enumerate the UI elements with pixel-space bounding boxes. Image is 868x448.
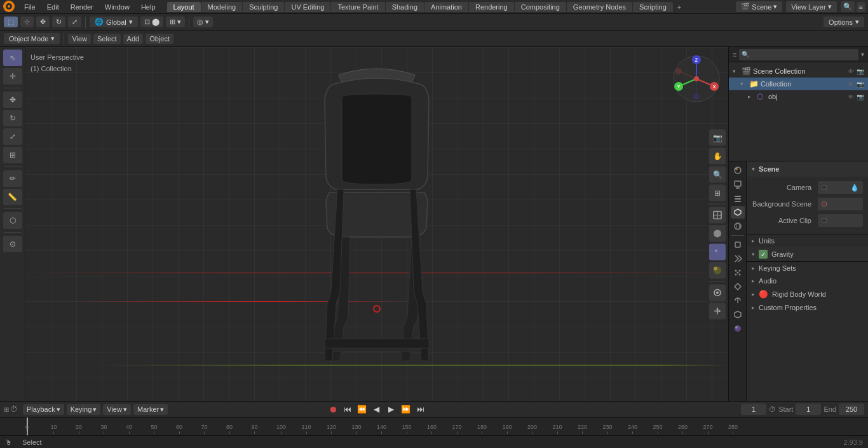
active-clip-field[interactable] — [818, 214, 863, 227]
viewport-pan-btn[interactable]: ✋ — [709, 147, 726, 164]
visibility-eye-icon[interactable]: 👁 — [848, 68, 854, 75]
step-forward-btn[interactable]: ⏩ — [400, 403, 412, 416]
camera-field[interactable]: 💧 — [818, 181, 863, 194]
transform-pivot-btn[interactable]: ⊡ ⬤ — [140, 17, 163, 27]
toolbar-move[interactable]: ✥ — [36, 17, 50, 27]
solid-shading-btn[interactable] — [709, 225, 726, 241]
render-camera-icon[interactable]: 📷 — [857, 68, 864, 75]
outliner-row-obj[interactable]: ▸ ⬡ obj 👁 📷 — [729, 90, 868, 103]
viewport-zoom-btn[interactable]: 🔍 — [709, 166, 726, 182]
current-frame-field[interactable]: 1 — [741, 404, 766, 415]
collection-render-icon[interactable]: 📷 — [857, 81, 864, 88]
props-tab-view-layer[interactable] — [731, 192, 745, 205]
view-menu-btn[interactable]: View — [68, 34, 91, 44]
toolbar-rotate[interactable]: ↻ — [52, 17, 65, 27]
props-tab-scene[interactable] — [731, 206, 745, 219]
collection-visibility-icon[interactable]: 👁 — [848, 81, 854, 88]
menu-file[interactable]: File — [19, 2, 41, 12]
outliner-row-collection[interactable]: ▾ 📁 Collection 👁 📷 — [729, 78, 868, 90]
rendered-shading-btn[interactable] — [709, 262, 726, 278]
keying-dropdown[interactable]: Keying ▾ — [67, 404, 101, 415]
filter-icon-btn[interactable]: ≡ — [857, 2, 865, 12]
play-reverse-btn[interactable]: ◀ — [370, 403, 383, 416]
add-menu-btn[interactable]: Add — [123, 34, 144, 44]
start-frame-field[interactable]: 1 — [796, 404, 821, 415]
outliner-search[interactable]: 🔍 — [739, 49, 858, 60]
toolbar-select-box[interactable]: ⬚ — [4, 17, 18, 27]
outliner-sort-icon[interactable]: ▾ — [861, 51, 864, 58]
jump-start-btn[interactable]: ⏮ — [341, 403, 354, 416]
viewport-grid-btn[interactable]: ⊞ — [709, 184, 726, 201]
props-tab-world[interactable] — [731, 220, 745, 233]
options-dropdown[interactable]: Options ▾ — [824, 17, 864, 27]
camera-view-btn[interactable]: 📷 — [709, 129, 726, 146]
toolbar-cursor[interactable]: ⊹ — [20, 17, 34, 27]
playback-dropdown[interactable]: Playback ▾ — [23, 404, 64, 415]
workspace-tab-rendering[interactable]: Rendering — [469, 2, 514, 12]
transform-space-dropdown[interactable]: 🌐 Global ▾ — [90, 17, 138, 27]
overlay-btn[interactable] — [709, 284, 726, 301]
workspace-tab-scripting[interactable]: Scripting — [633, 2, 673, 12]
jump-end-btn[interactable]: ⏭ — [414, 403, 427, 416]
proportional-edit-btn[interactable]: ◎ ▾ — [193, 17, 213, 27]
props-tab-physics[interactable] — [731, 280, 745, 293]
object-menu-btn[interactable]: Object — [146, 34, 173, 44]
scene-section-header[interactable]: ▾ Scene — [747, 161, 868, 177]
search-icon-btn[interactable]: 🔍 — [841, 1, 855, 12]
object-mode-dropdown[interactable]: Object Mode ▾ — [4, 33, 60, 44]
custom-props-collapsible[interactable]: ▸ Custom Properties — [747, 301, 868, 314]
outliner-row-scene-collection[interactable]: ▾ 🎬 Scene Collection 👁 📷 — [729, 65, 868, 78]
step-back-btn[interactable]: ⏪ — [356, 403, 369, 416]
timeline-ruler[interactable]: 0102030405060708090100110120130140150160… — [0, 417, 868, 435]
gravity-checkbox[interactable]: ✓ — [759, 250, 768, 259]
tool-origin[interactable]: ⊙ — [3, 236, 22, 252]
workspace-tab-sculpting[interactable]: Sculpting — [243, 2, 284, 12]
workspace-tab-layout[interactable]: Layout — [167, 2, 201, 12]
workspace-tab-uv[interactable]: UV Editing — [285, 2, 330, 12]
scene-selector[interactable]: 🎬 Scene ▾ — [736, 1, 782, 12]
obj-visibility-icon[interactable]: 👁 — [848, 93, 854, 100]
menu-edit[interactable]: Edit — [42, 2, 64, 12]
props-tab-modifiers[interactable] — [731, 252, 745, 265]
select-menu-btn[interactable]: Select — [93, 34, 121, 44]
outliner-filter-icon[interactable]: ≡ — [733, 51, 736, 58]
snap-btn[interactable]: ⊞ ▾ — [166, 17, 185, 27]
audio-collapsible[interactable]: ▸ Audio — [747, 275, 868, 287]
toolbar-scale[interactable]: ⤢ — [68, 17, 81, 27]
tool-cursor[interactable]: ✛ — [3, 68, 22, 85]
workspace-tab-compositing[interactable]: Compositing — [515, 2, 566, 12]
menu-help[interactable]: Help — [136, 2, 161, 12]
workspace-tab-animation[interactable]: Animation — [424, 2, 468, 12]
keying-sets-collapsible[interactable]: ▸ Keying Sets — [747, 262, 868, 275]
gizmo-toggle-btn[interactable] — [709, 302, 726, 319]
rigid-body-world-collapsible[interactable]: ▸ 🔴 Rigid Body World — [747, 287, 868, 301]
menu-render[interactable]: Render — [65, 2, 98, 12]
record-btn[interactable]: ⏺ — [327, 403, 339, 416]
wireframe-btn[interactable] — [709, 207, 726, 223]
tool-move[interactable]: ✥ — [3, 92, 22, 108]
tool-annotate[interactable]: ✏ — [3, 170, 22, 187]
end-frame-field[interactable]: 250 — [839, 404, 864, 415]
units-collapsible[interactable]: ▸ Units — [747, 234, 868, 247]
viewport[interactable]: User Perspective (1) Collection Z X Y — [25, 47, 728, 401]
props-tab-data[interactable] — [731, 308, 745, 321]
props-tab-particles[interactable] — [731, 266, 745, 279]
tool-transform[interactable]: ⊞ — [3, 147, 22, 163]
background-scene-field[interactable] — [818, 198, 863, 210]
add-workspace-button[interactable]: + — [674, 2, 685, 12]
nav-gizmo[interactable]: Z X Y — [671, 53, 722, 104]
props-tab-render[interactable] — [731, 164, 745, 177]
props-tab-output[interactable] — [731, 178, 745, 191]
workspace-tab-shading[interactable]: Shading — [386, 2, 424, 12]
tool-scale[interactable]: ⤢ — [3, 128, 22, 145]
gravity-collapsible[interactable]: ▾ ✓ Gravity — [747, 247, 868, 261]
tool-select[interactable]: ⇖ — [3, 50, 22, 66]
menu-window[interactable]: Window — [100, 2, 135, 12]
camera-eyedropper[interactable]: 💧 — [850, 184, 859, 192]
play-btn[interactable]: ▶ — [385, 403, 398, 416]
props-tab-object[interactable] — [731, 238, 745, 251]
props-tab-material[interactable] — [731, 322, 745, 335]
obj-render-icon[interactable]: 📷 — [857, 93, 864, 100]
tool-add-object[interactable]: ⬡ — [3, 212, 22, 229]
view-layer-selector[interactable]: View Layer ▾ — [786, 1, 836, 12]
